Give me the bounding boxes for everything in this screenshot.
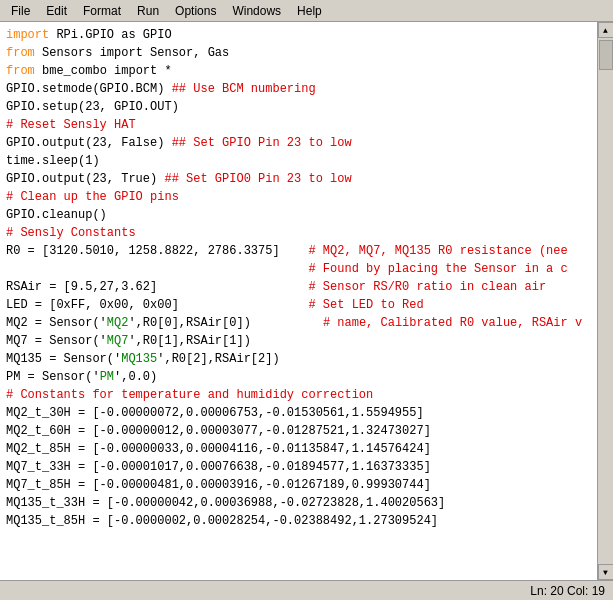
code-line: R0 = [3120.5010, 1258.8822, 2786.3375] #… [6,242,591,260]
code-line: LED = [0xFF, 0x00, 0x00] # Set LED to Re… [6,296,591,314]
code-line: # Sensly Constants [6,224,591,242]
code-line: GPIO.output(23, False) ## Set GPIO Pin 2… [6,134,591,152]
code-line: # Clean up the GPIO pins [6,188,591,206]
code-line: PM = Sensor('PM',0.0) [6,368,591,386]
scrollbar-thumb[interactable] [599,40,613,70]
code-line: RSAir = [9.5,27,3.62] # Sensor RS/R0 rat… [6,278,591,296]
menu-help[interactable]: Help [290,1,329,21]
code-area[interactable]: import RPi.GPIO as GPIOfrom Sensors impo… [0,22,597,580]
menu-file[interactable]: File [4,1,37,21]
menu-windows[interactable]: Windows [225,1,288,21]
code-line: GPIO.cleanup() [6,206,591,224]
code-line: GPIO.output(23, True) ## Set GPIO0 Pin 2… [6,170,591,188]
code-line: MQ7_t_85H = [-0.00000481,0.00003916,-0.0… [6,476,591,494]
code-line: GPIO.setup(23, GPIO.OUT) [6,98,591,116]
code-line: GPIO.setmode(GPIO.BCM) ## Use BCM number… [6,80,591,98]
code-line: MQ135_t_85H = [-0.0000002,0.00028254,-0.… [6,512,591,530]
code-line: MQ7_t_33H = [-0.00001017,0.00076638,-0.0… [6,458,591,476]
scroll-up-button[interactable]: ▲ [598,22,614,38]
vertical-scrollbar[interactable]: ▲ ▼ [597,22,613,580]
menu-options[interactable]: Options [168,1,223,21]
menu-run[interactable]: Run [130,1,166,21]
code-line: MQ2_t_85H = [-0.00000033,0.00004116,-0.0… [6,440,591,458]
code-line: import RPi.GPIO as GPIO [6,26,591,44]
cursor-position: Ln: 20 Col: 19 [530,584,605,598]
statusbar: Ln: 20 Col: 19 [0,580,613,600]
code-line: # Constants for temperature and humididy… [6,386,591,404]
code-line: from Sensors import Sensor, Gas [6,44,591,62]
menu-edit[interactable]: Edit [39,1,74,21]
code-line: MQ2_t_60H = [-0.00000012,0.00003077,-0.0… [6,422,591,440]
code-line: from bme_combo import * [6,62,591,80]
code-line: time.sleep(1) [6,152,591,170]
menubar: File Edit Format Run Options Windows Hel… [0,0,613,22]
code-line: MQ135 = Sensor('MQ135',R0[2],RSAir[2]) [6,350,591,368]
menu-format[interactable]: Format [76,1,128,21]
code-line: # Found by placing the Sensor in a c [6,260,591,278]
code-line: MQ7 = Sensor('MQ7',R0[1],RSAir[1]) [6,332,591,350]
code-line: MQ2_t_30H = [-0.00000072,0.00006753,-0.0… [6,404,591,422]
editor-container: import RPi.GPIO as GPIOfrom Sensors impo… [0,22,613,580]
code-line: # Reset Sensly HAT [6,116,591,134]
scroll-down-button[interactable]: ▼ [598,564,614,580]
code-line: MQ2 = Sensor('MQ2',R0[0],RSAir[0]) # nam… [6,314,591,332]
code-line: MQ135_t_33H = [-0.00000042,0.00036988,-0… [6,494,591,512]
